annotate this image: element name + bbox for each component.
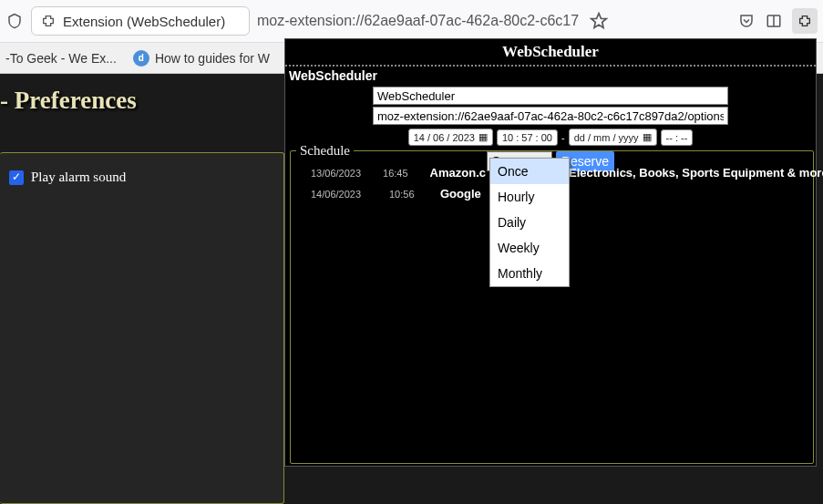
- popup-subtitle: WebScheduler: [285, 67, 816, 85]
- checkbox-checked-icon[interactable]: ✓: [9, 170, 24, 185]
- range-separator: -: [561, 132, 565, 143]
- dropdown-option-daily[interactable]: Daily: [490, 210, 569, 235]
- address-url[interactable]: moz-extension://62ae9aaf-07ac-462a-80c2-…: [257, 13, 579, 29]
- schedule-url-input[interactable]: [373, 107, 728, 125]
- schedule-legend: Schedule: [296, 143, 354, 159]
- calendar-icon: ▦: [643, 131, 652, 143]
- reader-icon[interactable]: [765, 12, 783, 30]
- star-icon[interactable]: [590, 12, 608, 30]
- schedule-time: 16:45: [383, 168, 408, 179]
- schedule-title: Google: [440, 187, 481, 201]
- extensions-button[interactable]: [792, 8, 818, 34]
- webscheduler-popup: WebScheduler WebScheduler 14 / 06 / 2023…: [284, 38, 817, 467]
- pocket-icon[interactable]: [737, 12, 756, 30]
- shield-icon[interactable]: [5, 12, 24, 30]
- schedule-name-input[interactable]: [373, 87, 728, 105]
- dropdown-option-hourly[interactable]: Hourly: [490, 184, 569, 210]
- start-time-input[interactable]: 10 : 57 : 00: [497, 129, 558, 146]
- schedule-time: 10:56: [389, 189, 418, 200]
- bookmark-item[interactable]: d How to guides for W: [133, 50, 270, 67]
- end-date-input[interactable]: dd / mm / yyyy▦: [569, 129, 657, 146]
- address-identity-box[interactable]: Extension (WebScheduler): [31, 6, 250, 36]
- frequency-dropdown: Once Hourly Daily Weekly Monthly: [489, 158, 570, 287]
- browser-toolbar: Extension (WebScheduler) moz-extension:/…: [0, 0, 823, 43]
- start-date-input[interactable]: 14 / 06 / 2023▦: [408, 129, 493, 146]
- end-time-input[interactable]: -- : --: [661, 129, 694, 146]
- address-page-label: Extension (WebScheduler): [63, 14, 225, 29]
- dropdown-option-weekly[interactable]: Weekly: [490, 235, 569, 261]
- bookmark-item[interactable]: -To Geek - We Ex...: [5, 51, 117, 66]
- schedule-date: 13/06/2023: [311, 168, 361, 179]
- dropdown-option-once[interactable]: Once: [490, 159, 569, 184]
- calendar-icon: ▦: [478, 131, 488, 143]
- dropdown-option-monthly[interactable]: Monthly: [490, 261, 569, 286]
- pref-play-alarm[interactable]: ✓ Play alarm sound: [9, 170, 274, 185]
- extension-icon: [39, 12, 57, 30]
- schedule-date: 14/06/2023: [311, 189, 367, 200]
- bookmark-favicon: d: [133, 50, 149, 67]
- pref-label: Play alarm sound: [31, 170, 126, 185]
- preferences-heading: - Preferences: [0, 87, 137, 115]
- popup-title: WebScheduler: [285, 39, 816, 67]
- preferences-panel: ✓ Play alarm sound: [0, 152, 284, 504]
